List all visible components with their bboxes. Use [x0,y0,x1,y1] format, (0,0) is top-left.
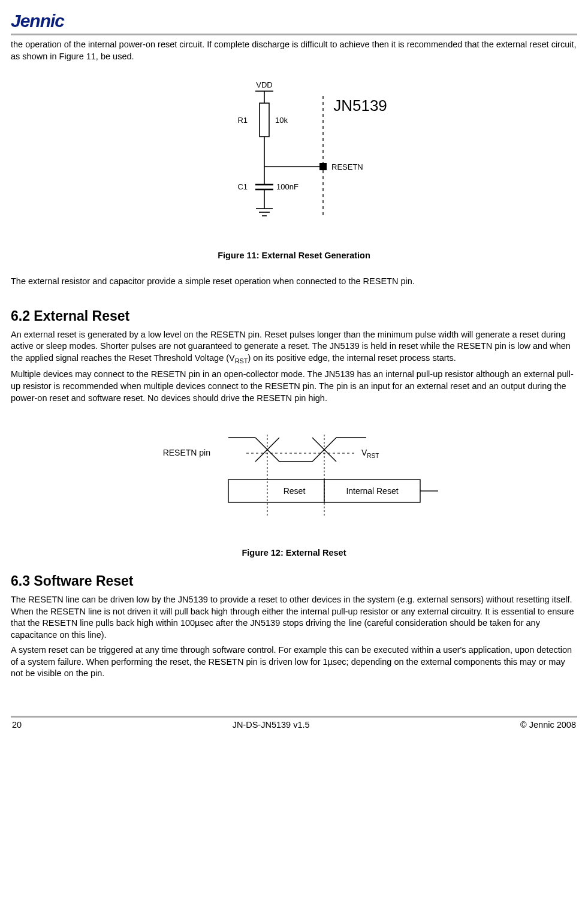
section-6-3-title: 6.3 Software Reset [11,573,577,589]
label-chip: JN5139 [333,97,387,114]
footer: 20 JN-DS-JN5139 v1.5 © Jennic 2008 [11,716,577,736]
footer-page: 20 [12,720,22,730]
figure-12: RESETN pin VRST [11,426,577,530]
label-c1: C1 [237,182,248,191]
after-fig11-para: The external resistor and capacitor prov… [11,276,577,288]
section-6-2-p1-b: ) on its positive edge, the internal res… [248,353,456,363]
svg-rect-2 [260,103,269,137]
label-r1: R1 [237,116,248,125]
label-vrst: VRST [361,448,379,459]
section-6-2-title: 6.2 External Reset [11,308,577,324]
svg-rect-23 [228,480,324,502]
label-internal-reset: Internal Reset [346,486,398,496]
intro-paragraph: the operation of the internal power-on r… [11,39,577,62]
footer-copyright: © Jennic 2008 [520,720,576,730]
section-6-3-p2: A system reset can be triggered at any t… [11,644,577,680]
figure-11: VDD R1 10k RESETN JN5139 C1 [11,78,577,242]
label-r1-value: 10k [275,116,288,125]
label-vdd: VDD [256,80,272,89]
figure-11-caption: Figure 11: External Reset Generation [11,251,577,260]
figure-11-svg: VDD R1 10k RESETN JN5139 C1 [168,78,420,240]
vrst-sub: RST [235,357,248,364]
footer-docid: JN-DS-JN5139 v1.5 [233,720,310,730]
label-resetn-pin: RESETN pin [162,448,210,457]
top-rule [11,34,577,35]
label-resetn: RESETN [331,162,363,171]
figure-12-caption: Figure 12: External Reset [11,548,577,558]
label-c1-value: 100nF [276,182,298,191]
label-reset: Reset [283,486,305,496]
logo: Jennic [11,11,577,31]
section-6-2-p2: Multiple devices may connect to the RESE… [11,369,577,404]
bottom-rule [11,716,577,718]
figure-12-svg: RESETN pin VRST [126,426,462,528]
section-6-2-p1: An external reset is generated by a low … [11,329,577,366]
section-6-3-p1: The RESETN line can be driven low by the… [11,594,577,641]
resetn-pad [319,163,327,170]
